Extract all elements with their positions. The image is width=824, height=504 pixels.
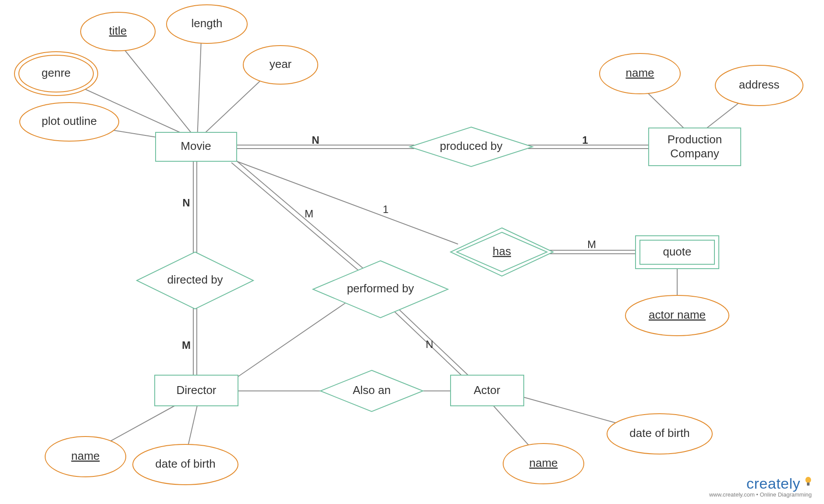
attr-director-name-label: name: [71, 449, 99, 462]
attr-director-dob: date of birth: [133, 444, 238, 485]
edge-movie-length: [197, 28, 202, 140]
watermark-brand-main: create: [746, 475, 789, 492]
entity-movie-label: Movie: [181, 139, 211, 153]
rel-directed-by-label: directed by: [167, 273, 223, 286]
card-movie-performed-M: M: [305, 208, 313, 220]
rel-has: has: [451, 228, 553, 276]
rel-also-an: Also an: [320, 370, 423, 412]
entity-director: Director: [155, 375, 238, 406]
card-pc-produced-1: 1: [582, 134, 588, 146]
attr-year: year: [243, 46, 318, 84]
attr-pc-name-label: name: [625, 66, 654, 79]
rel-has-label: has: [493, 245, 511, 258]
attr-title: title: [81, 12, 155, 51]
attr-quote-actorname: actor name: [625, 295, 729, 336]
rel-directed-by: directed by: [137, 252, 253, 309]
entity-director-label: Director: [176, 383, 216, 397]
svg-rect-26: [807, 483, 810, 486]
rel-performed-by: performed by: [313, 261, 448, 318]
attr-pc-address-label: address: [739, 78, 780, 91]
entity-actor: Actor: [451, 375, 524, 406]
card-director-directed-M: M: [182, 339, 191, 351]
attr-director-dob-label: date of birth: [155, 457, 215, 470]
card-actor-performed-N: N: [426, 338, 433, 350]
attr-actor-dob-label: date of birth: [629, 426, 689, 440]
entity-quote: quote: [636, 236, 719, 269]
edge-movie-performedby-a: [234, 159, 368, 273]
rel-produced-by-label: produced by: [440, 139, 502, 153]
creately-watermark: creately www.creately.com • Online Diagr…: [709, 475, 812, 498]
card-movie-produced-N: N: [312, 134, 319, 146]
entity-pc-label1: Production: [668, 133, 722, 146]
watermark-brand-tail: ly: [789, 475, 800, 492]
rel-also-an-label: Also an: [353, 383, 391, 397]
attr-pc-address: address: [715, 65, 803, 106]
edge-director-performedby: [238, 302, 346, 377]
attr-quote-actorname-label: actor name: [649, 308, 706, 321]
entity-quote-label: quote: [663, 245, 691, 258]
attr-pc-name: name: [600, 53, 680, 94]
attr-plot-outline: plot outline: [20, 103, 119, 141]
attr-actor-name-label: name: [529, 456, 558, 469]
edge-movie-title: [118, 42, 197, 140]
edge-movie-performedby-b: [231, 163, 365, 276]
entity-actor-label: Actor: [474, 383, 501, 397]
card-quote-has-M: M: [587, 238, 596, 250]
attr-actor-name: name: [503, 444, 584, 484]
edge-movie-has: [237, 161, 458, 244]
attr-actor-dob: date of birth: [607, 414, 712, 454]
attr-length-label: length: [192, 17, 223, 30]
attr-genre-label: genre: [42, 66, 71, 79]
attr-director-name: name: [45, 437, 126, 477]
watermark-sub: www.creately.com • Online Diagramming: [709, 491, 812, 498]
lightbulb-icon: [805, 476, 812, 489]
attr-title-label: title: [109, 24, 127, 37]
entity-production-company: Production Company: [649, 128, 741, 166]
attr-year-label: year: [270, 57, 292, 71]
entity-movie: Movie: [156, 132, 237, 161]
card-movie-has-1: 1: [383, 203, 388, 215]
rel-performed-by-label: performed by: [347, 282, 414, 295]
card-movie-directed-N: N: [182, 197, 190, 209]
rel-produced-by: produced by: [410, 127, 533, 167]
attr-plot-outline-label: plot outline: [42, 114, 97, 128]
attr-genre: genre: [14, 52, 98, 96]
svg-point-25: [806, 477, 811, 483]
entity-pc-label2: Company: [670, 147, 719, 160]
er-diagram-canvas: genre title length year plot outline nam…: [0, 0, 824, 504]
attr-length: length: [167, 5, 247, 43]
